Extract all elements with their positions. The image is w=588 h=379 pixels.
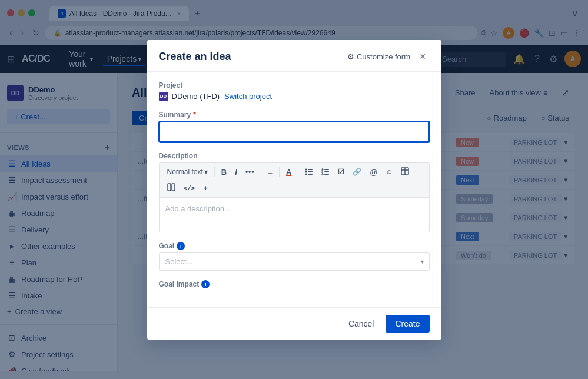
table-button[interactable] [398, 165, 412, 179]
italic-button[interactable]: I [232, 166, 240, 178]
summary-label: Summary * [159, 111, 430, 119]
modal-header-actions: ⚙ Customize form × [347, 49, 430, 64]
create-idea-modal: Create an idea ⚙ Customize form × Projec… [147, 40, 441, 340]
toolbar-separator [298, 167, 298, 177]
project-value: DD DDemo (TFD) Switch project [159, 92, 430, 101]
svg-rect-15 [168, 184, 171, 191]
bold-button[interactable]: B [218, 166, 230, 178]
svg-rect-7 [324, 169, 329, 170]
goal-select[interactable]: Select... [159, 252, 430, 271]
svg-rect-3 [308, 171, 313, 172]
svg-text:3.: 3. [321, 172, 324, 175]
modal-overlay: Create an idea ⚙ Customize form × Projec… [0, 0, 588, 379]
description-body[interactable]: Add a description... [159, 197, 430, 232]
svg-rect-16 [172, 184, 175, 191]
cancel-button[interactable]: Cancel [341, 315, 381, 332]
svg-rect-1 [308, 169, 313, 170]
more-button[interactable]: ••• [242, 166, 258, 178]
goal-impact-field: Goal impact i [159, 280, 430, 288]
chevron-down-icon: ▾ [204, 168, 208, 176]
project-field: Project DD DDemo (TFD) Switch project [159, 81, 430, 101]
description-label: Description [159, 152, 430, 160]
svg-point-2 [305, 171, 307, 172]
create-button[interactable]: Create [386, 315, 429, 333]
modal-close-button[interactable]: × [416, 49, 430, 64]
description-field: Description Normal text ▾ B I ••• ≡ [159, 152, 430, 232]
ordered-list-button[interactable]: 1.2.3. [318, 165, 333, 179]
svg-rect-11 [324, 174, 329, 175]
goal-label: Goal i [159, 242, 430, 250]
toolbar-separator [214, 167, 215, 177]
project-label: Project [159, 81, 430, 89]
align-button[interactable]: ≡ [265, 166, 275, 178]
code-button[interactable]: </> [181, 182, 198, 194]
modal-title: Create an idea [159, 51, 231, 63]
gear-icon: ⚙ [347, 52, 354, 61]
toolbar-separator [279, 167, 280, 177]
summary-field: Summary * [159, 111, 430, 142]
summary-input[interactable] [159, 121, 430, 142]
customize-form-button[interactable]: ⚙ Customize form [347, 52, 410, 61]
switch-project-link[interactable]: Switch project [224, 92, 272, 101]
goal-impact-label: Goal impact i [159, 280, 430, 288]
description-placeholder: Add a description... [165, 204, 231, 213]
svg-point-4 [305, 173, 307, 175]
svg-rect-5 [308, 174, 313, 175]
toolbar-separator [261, 167, 261, 177]
emoji-button[interactable]: ☺ [383, 166, 396, 178]
modal-header: Create an idea ⚙ Customize form × [147, 40, 441, 72]
goal-select-wrapper: Select... ▾ [159, 252, 430, 271]
columns-button[interactable] [164, 181, 178, 195]
svg-rect-9 [324, 171, 329, 172]
goal-info-icon[interactable]: i [177, 242, 185, 250]
modal-body: Project DD DDemo (TFD) Switch project Su… [147, 72, 441, 307]
goal-impact-info-icon[interactable]: i [201, 280, 210, 288]
goal-field: Goal i Select... ▾ [159, 242, 430, 271]
checklist-button[interactable]: ☑ [335, 166, 347, 178]
color-button[interactable]: A [283, 166, 294, 178]
description-toolbar: Normal text ▾ B I ••• ≡ A [159, 162, 430, 197]
unordered-list-button[interactable] [302, 165, 316, 179]
modal-footer: Cancel Create [147, 307, 441, 340]
mention-button[interactable]: @ [367, 166, 380, 178]
svg-point-0 [305, 168, 307, 170]
link-button[interactable]: 🔗 [350, 166, 364, 178]
insert-button[interactable]: + [200, 182, 211, 194]
project-badge: DD DDemo (TFD) [159, 92, 220, 101]
normal-text-dropdown[interactable]: Normal text ▾ [164, 166, 211, 178]
project-badge-icon: DD [159, 92, 168, 101]
required-indicator: * [193, 111, 196, 119]
